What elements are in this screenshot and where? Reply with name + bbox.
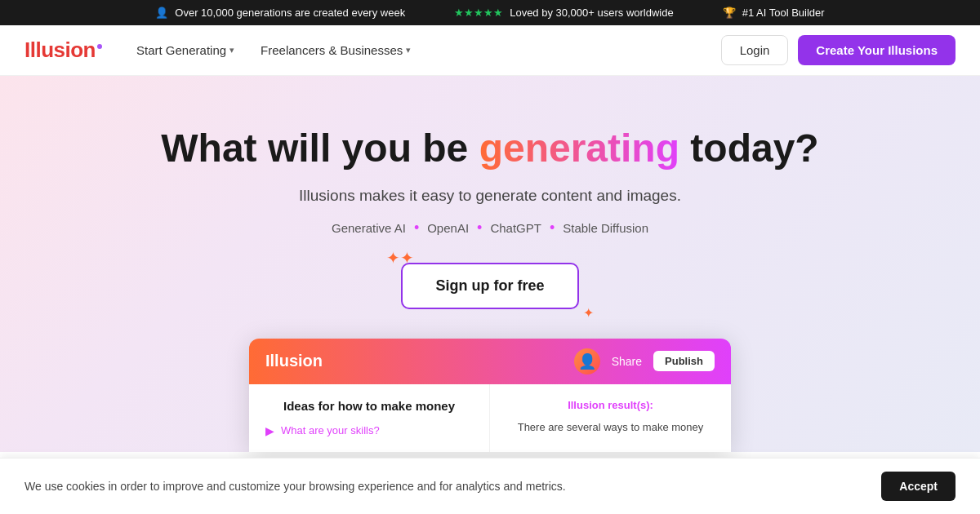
nav-right: Login Create Your Illusions [721,35,956,65]
dot-separator: • [550,219,555,237]
cookie-message: We use cookies in order to improve and c… [24,480,566,493]
app-question: Ideas for how to make money [265,399,473,413]
tag-chatgpt: ChatGPT [490,221,541,235]
logo[interactable]: Illusion [24,38,102,63]
hero-title-highlight: generating [479,126,679,170]
app-right-panel: Illusion result(s): There are several wa… [490,384,731,452]
chevron-down-icon: ▾ [229,45,234,55]
tag-openai: OpenAI [427,221,469,235]
create-illusions-button[interactable]: Create Your Illusions [798,35,956,65]
tag-stable-diffusion: Stable Diffusion [563,221,648,235]
chevron-down-icon: ▾ [406,45,411,55]
tag-generative-ai: Generative AI [332,221,406,235]
dot-separator: • [414,219,419,237]
signup-button[interactable]: Sign up for free [401,263,578,309]
hero-title: What will you be generating today? [16,125,964,172]
nav-freelancers-businesses[interactable]: Freelancers & Businesses ▾ [251,37,421,64]
hero-subtitle: Illusions makes it easy to generate cont… [16,187,964,205]
logo-dot [97,44,102,49]
app-card-header: Illusion 👤 Share Publish [249,339,731,384]
share-label[interactable]: Share [612,355,642,368]
banner-item-rank: 🏆 #1 AI Tool Builder [723,7,825,19]
stars-icon: ★★★★★ [454,7,503,19]
banner-item-generations: 👤 Over 10,000 generations are created ev… [155,7,405,19]
nav-start-generating[interactable]: Start Generating ▾ [127,37,244,64]
person-icon: 👤 [155,7,168,19]
app-card-body: Ideas for how to make money ▶ What are y… [249,384,731,452]
hero-section: What will you be generating today? Illus… [0,76,980,452]
navbar: Illusion Start Generating ▾ Freelancers … [0,25,980,76]
app-sub-question: ▶ What are your skills? [265,424,473,437]
signup-wrapper: ✦✦ Sign up for free ✦ [401,263,578,309]
hero-tags: Generative AI • OpenAI • ChatGPT • Stabl… [16,219,964,237]
login-button[interactable]: Login [721,35,789,65]
dot-separator: • [477,219,482,237]
app-preview-container: Illusion 👤 Share Publish Ideas for how t… [16,339,964,452]
publish-button[interactable]: Publish [653,351,715,371]
app-logo: Illusion [265,352,323,370]
play-icon: ▶ [265,424,274,437]
app-preview-card: Illusion 👤 Share Publish Ideas for how t… [249,339,731,452]
result-label: Illusion result(s): [506,399,715,411]
avatar: 👤 [574,348,600,374]
trophy-icon: 🏆 [723,7,736,19]
accept-button[interactable]: Accept [881,472,956,501]
top-banner: 👤 Over 10,000 generations are created ev… [0,0,980,25]
app-header-right: 👤 Share Publish [574,348,715,374]
nav-links: Start Generating ▾ Freelancers & Busines… [127,37,697,64]
app-left-panel: Ideas for how to make money ▶ What are y… [249,384,490,452]
cookie-banner: We use cookies in order to improve and c… [0,458,980,514]
banner-item-users: ★★★★★ Loved by 30,000+ users worldwide [454,7,674,19]
sparkle-icon-br: ✦ [583,305,594,321]
sparkle-icon-tl: ✦✦ [386,248,414,268]
result-text: There are several ways to make money [506,419,715,436]
